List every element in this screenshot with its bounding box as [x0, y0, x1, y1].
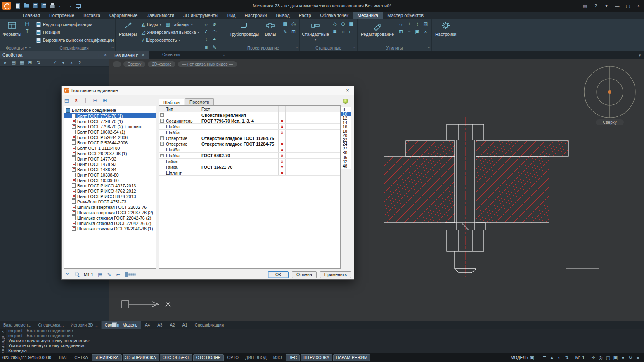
mechanism-icon[interactable]: ⊞: [290, 28, 297, 35]
diameter-option[interactable]: 42: [341, 160, 351, 164]
radius-dim-icon[interactable]: ◠: [211, 28, 218, 35]
tree-item[interactable]: Шпилька стяжная ОСТ 26-2040-96 (1): [64, 226, 156, 231]
linear-dim-icon[interactable]: ↔: [203, 20, 210, 27]
delete-row-icon[interactable]: ×: [281, 154, 283, 158]
expand-icon[interactable]: [160, 119, 164, 123]
table-row[interactable]: Гайка ГОСТ 15521-70 ×: [159, 164, 340, 170]
ok-button[interactable]: ОК: [268, 271, 289, 278]
tree-item[interactable]: Болт ГОСТ Р 52644-2006: [64, 140, 156, 145]
tree-item[interactable]: Шпилька ввертная ГОСТ 22037-76 (2): [64, 210, 156, 215]
dialog-launcher-icon[interactable]: ⌄: [222, 52, 225, 57]
panel-tab[interactable]: Специфика...: [35, 321, 68, 329]
expand-icon[interactable]: [160, 113, 164, 117]
dimensions-button[interactable]: Размеры: [117, 20, 139, 38]
tree-item[interactable]: Винт ГОСТ 1478-93: [64, 161, 156, 167]
break-icon[interactable]: ≀: [414, 20, 421, 27]
status-toggle[interactable]: ШТРИХОВКА: [301, 354, 332, 361]
add-filter-icon[interactable]: ⊞: [26, 59, 34, 66]
group-label-standard[interactable]: Стандартные⌄: [300, 45, 357, 51]
clear-icon[interactable]: ×: [68, 59, 75, 66]
tolerance-icon[interactable]: ±: [211, 36, 218, 43]
layout-sheet-icon[interactable]: [112, 322, 117, 327]
diameter-option[interactable]: 16: [341, 125, 351, 130]
status-toggle[interactable]: ВЕС: [286, 354, 300, 361]
dialog-launcher-icon[interactable]: ⌄: [295, 45, 298, 49]
zoom-icon[interactable]: [74, 271, 80, 278]
tree-item[interactable]: Болт ГОСТ 7798-70 (1): [64, 118, 156, 124]
parts-database-icon[interactable]: ▤: [282, 20, 289, 27]
tree-item[interactable]: Болт ГОСТ 10602-94 (1): [64, 129, 156, 135]
diameter-dim-icon[interactable]: ⌀: [211, 20, 218, 27]
delete-row-icon[interactable]: ×: [281, 165, 283, 169]
undo-icon[interactable]: ←: [57, 2, 65, 10]
ring-icon[interactable]: ○: [339, 28, 347, 35]
delete-row-icon[interactable]: ×: [281, 125, 283, 129]
datum-icon[interactable]: ≡: [203, 44, 210, 51]
minimize-button[interactable]: —: [612, 0, 623, 12]
menu-tab[interactable]: Построение: [45, 12, 79, 19]
status-toggle[interactable]: ШАГ: [56, 354, 71, 361]
diameter-option[interactable]: 30: [341, 151, 351, 156]
status-menu-icon[interactable]: ≡: [634, 355, 642, 360]
group-icon[interactable]: ⊞: [397, 28, 405, 35]
menu-tab[interactable]: Облака точек: [316, 12, 353, 19]
dialog-tab[interactable]: Просмотр: [185, 98, 214, 105]
layout-tab[interactable]: А2: [166, 321, 178, 329]
fastener-icon[interactable]: ◇: [331, 20, 339, 27]
sort-icon[interactable]: ⇅: [35, 59, 42, 66]
menu-tab[interactable]: Мастер объектов: [383, 12, 428, 19]
table-row[interactable]: Шайба ×: [159, 130, 340, 135]
tree-item[interactable]: Болт ОСТ 1 31104-80: [64, 145, 156, 151]
bearing-icon[interactable]: ◎: [290, 20, 297, 27]
tree-root-item[interactable]: Болтовое соединение: [64, 107, 156, 113]
angle-dim-icon[interactable]: ∠: [203, 28, 210, 35]
menu-tab[interactable]: Вид: [223, 12, 240, 19]
refresh-icon[interactable]: ↻: [627, 355, 634, 360]
zoom-icon[interactable]: ◎: [597, 355, 604, 360]
group-label-specification[interactable]: Спецификация⌄: [33, 45, 115, 51]
group-label-design[interactable]: Проектирование⌄: [227, 45, 299, 51]
workspace-icon[interactable]: ▦: [580, 0, 590, 12]
status-toggle[interactable]: ОТС-ОБЪЕКТ: [160, 354, 192, 361]
rename-template-icon[interactable]: ⊟: [92, 97, 99, 104]
viewport-control-button[interactable]: Сверху: [123, 61, 145, 67]
cancel-button[interactable]: Отмена: [292, 271, 317, 278]
pan-icon[interactable]: ✛: [590, 355, 597, 360]
panel-close-icon[interactable]: ×: [104, 53, 107, 57]
menu-tab[interactable]: Главная: [18, 12, 45, 19]
table-row[interactable]: Отверстие Отверстие гладкое ГОСТ 11284-7…: [159, 141, 340, 147]
tree-item[interactable]: Винт ГОСТ Р ИСО 4762-2012: [64, 188, 156, 194]
dialog-launcher-icon[interactable]: ⌄: [353, 45, 356, 49]
standard-parts-button[interactable]: Стандартные ▾: [301, 20, 329, 43]
separator[interactable]: |: [82, 97, 89, 104]
quick-select-icon[interactable]: ▤: [10, 59, 17, 66]
settings-button[interactable]: Настройки: [433, 20, 458, 38]
delete-row-icon[interactable]: ×: [281, 130, 283, 135]
status-toggle[interactable]: ИЗО: [270, 354, 285, 361]
new-file-icon[interactable]: [14, 2, 21, 10]
layer-icon[interactable]: ⇅: [563, 355, 571, 360]
layout-tab[interactable]: Спецификация: [191, 321, 227, 329]
select-icon[interactable]: ▸: [2, 59, 9, 66]
panel-tab[interactable]: История 3D ...: [67, 321, 101, 329]
command-history[interactable]: mcjoint - Болтовое соединениеmcjoint - Б…: [6, 329, 92, 353]
sketch-icon[interactable]: ✎: [282, 28, 289, 35]
layout-tab[interactable]: А3: [154, 321, 166, 329]
fullscreen-icon[interactable]: ▢: [604, 355, 612, 360]
tree-item[interactable]: Винт ГОСТ 10338-80: [64, 172, 156, 177]
editing-button[interactable]: Редактирование: [359, 20, 395, 38]
layout-tab[interactable]: А4: [141, 321, 154, 329]
delete-row-icon[interactable]: ×: [281, 148, 283, 152]
dialog-close-button[interactable]: ×: [344, 88, 351, 93]
list-view-icon[interactable]: ≡: [43, 59, 50, 66]
bulb-icon[interactable]: [343, 99, 348, 104]
apply-button[interactable]: Применить: [320, 271, 351, 278]
table-row[interactable]: Гайка ×: [159, 159, 340, 164]
order-icon[interactable]: ≡: [405, 28, 413, 35]
diameter-option[interactable]: 12: [341, 116, 351, 121]
structure-view-icon[interactable]: ⊞: [101, 97, 108, 104]
diameter-option[interactable]: 24: [341, 142, 351, 147]
table-row[interactable]: Отверстие Отверстие гладкое ГОСТ 11284-7…: [159, 135, 340, 141]
table-row[interactable]: Шплинт ×: [159, 170, 340, 176]
tree-item[interactable]: Винт ГОСТ Р ИСО 8676-2013: [64, 194, 156, 199]
